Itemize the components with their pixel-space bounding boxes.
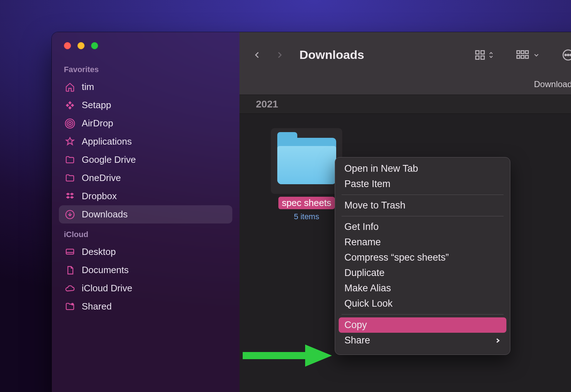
cm-make-alias[interactable]: Make Alias bbox=[335, 281, 510, 296]
shared-icon bbox=[65, 301, 75, 312]
sidebar-item-label: Shared bbox=[82, 301, 112, 312]
svg-point-1 bbox=[67, 120, 73, 126]
sidebar-item-label: Documents bbox=[82, 265, 129, 276]
sidebar-item-label: Setapp bbox=[82, 100, 111, 111]
sidebar-item-setapp[interactable]: Setapp bbox=[59, 96, 232, 114]
chevron-right-icon bbox=[495, 335, 501, 346]
path-label[interactable]: Downloads bbox=[534, 79, 571, 89]
svg-rect-8 bbox=[476, 56, 479, 59]
cm-duplicate[interactable]: Duplicate bbox=[335, 265, 510, 281]
sidebar-item-shared[interactable]: Shared bbox=[59, 297, 232, 316]
cm-quick-look[interactable]: Quick Look bbox=[335, 296, 510, 311]
svg-rect-15 bbox=[525, 55, 528, 58]
group-header-label: 2021 bbox=[256, 99, 278, 110]
sidebar-item-desktop[interactable]: Desktop bbox=[59, 243, 232, 261]
documents-icon bbox=[65, 265, 75, 276]
svg-rect-13 bbox=[517, 55, 520, 58]
folder-icon bbox=[65, 155, 75, 165]
cm-open-new-tab[interactable]: Open in New Tab bbox=[335, 161, 510, 176]
svg-rect-14 bbox=[521, 55, 524, 58]
folder-item[interactable]: spec sheets 5 items bbox=[271, 128, 342, 221]
icloud-icon bbox=[65, 283, 75, 294]
setapp-icon bbox=[65, 100, 75, 111]
sidebar-item-label: OneDrive bbox=[82, 172, 121, 184]
svg-rect-7 bbox=[481, 51, 484, 54]
cm-paste-item[interactable]: Paste Item bbox=[335, 176, 510, 192]
sidebar-item-google-drive[interactable]: Google Drive bbox=[59, 151, 232, 169]
zoom-window-button[interactable] bbox=[91, 42, 98, 49]
svg-rect-4 bbox=[66, 249, 74, 254]
svg-point-5 bbox=[71, 303, 74, 305]
sidebar: Favorites tim Setapp AirDrop Application… bbox=[52, 32, 239, 392]
sidebar-section-header: Favorites bbox=[64, 65, 227, 74]
home-icon bbox=[65, 82, 75, 92]
sidebar-item-label: Google Drive bbox=[82, 154, 136, 165]
window-title: Downloads bbox=[299, 48, 464, 62]
sidebar-item-dropbox[interactable]: Dropbox bbox=[59, 187, 232, 205]
svg-rect-12 bbox=[525, 51, 528, 54]
view-grouping-button[interactable] bbox=[514, 49, 541, 61]
svg-rect-9 bbox=[481, 56, 484, 59]
applications-icon bbox=[65, 136, 75, 147]
cm-rename[interactable]: Rename bbox=[335, 235, 510, 250]
folder-item-count: 5 items bbox=[294, 212, 319, 221]
sidebar-item-label: Dropbox bbox=[82, 191, 117, 202]
sidebar-item-home[interactable]: tim bbox=[59, 78, 232, 96]
svg-rect-11 bbox=[521, 51, 524, 54]
cm-separator bbox=[342, 195, 504, 195]
close-window-button[interactable] bbox=[64, 42, 71, 49]
window-controls bbox=[64, 42, 232, 49]
sidebar-item-label: iCloud Drive bbox=[82, 283, 132, 294]
airdrop-icon bbox=[65, 118, 75, 129]
nav-forward-button[interactable] bbox=[272, 48, 287, 62]
minimize-window-button[interactable] bbox=[77, 42, 85, 49]
sidebar-item-label: tim bbox=[82, 81, 94, 92]
sidebar-item-label: AirDrop bbox=[82, 118, 113, 129]
view-icons-button[interactable] bbox=[472, 48, 496, 62]
cm-separator bbox=[342, 216, 504, 216]
sidebar-item-icloud-drive[interactable]: iCloud Drive bbox=[59, 279, 232, 297]
sidebar-item-onedrive[interactable]: OneDrive bbox=[59, 169, 232, 187]
sidebar-item-downloads[interactable]: Downloads bbox=[59, 205, 232, 223]
svg-point-0 bbox=[69, 122, 71, 125]
sidebar-item-label: Desktop bbox=[82, 246, 116, 257]
folder-name-label[interactable]: spec sheets bbox=[278, 197, 335, 209]
cm-separator bbox=[342, 314, 504, 315]
downloads-icon bbox=[65, 209, 75, 220]
svg-rect-10 bbox=[517, 51, 520, 54]
toolbar: Downloads Downloads bbox=[239, 32, 571, 95]
cm-copy[interactable]: Copy bbox=[339, 317, 506, 333]
cm-get-info[interactable]: Get Info bbox=[335, 219, 510, 235]
cm-compress[interactable]: Compress “spec sheets” bbox=[335, 250, 510, 265]
sidebar-item-label: Applications bbox=[82, 136, 132, 147]
sidebar-item-applications[interactable]: Applications bbox=[59, 132, 232, 151]
desktop-icon bbox=[65, 247, 75, 257]
group-header: 2021 bbox=[239, 95, 571, 114]
svg-rect-6 bbox=[476, 51, 479, 54]
dropbox-icon bbox=[65, 191, 75, 202]
sidebar-item-documents[interactable]: Documents bbox=[59, 261, 232, 279]
svg-point-17 bbox=[565, 54, 566, 55]
cm-share[interactable]: Share bbox=[335, 333, 510, 348]
folder-icon bbox=[65, 173, 75, 184]
sidebar-item-airdrop[interactable]: AirDrop bbox=[59, 114, 232, 132]
context-menu: Open in New Tab Paste Item Move to Trash… bbox=[335, 157, 510, 355]
folder-icon bbox=[271, 128, 342, 194]
cm-move-to-trash[interactable]: Move to Trash bbox=[335, 198, 510, 213]
sidebar-section-header: iCloud bbox=[64, 230, 227, 239]
sidebar-item-label: Downloads bbox=[82, 209, 128, 220]
nav-back-button[interactable] bbox=[250, 48, 264, 62]
more-actions-button[interactable] bbox=[560, 47, 571, 62]
svg-point-18 bbox=[567, 54, 569, 55]
